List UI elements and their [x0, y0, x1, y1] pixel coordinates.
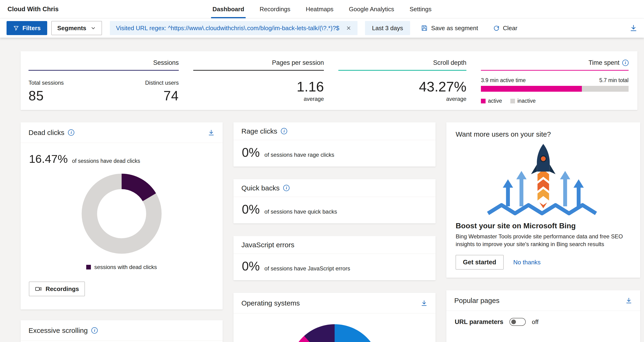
url-filter-chip[interactable]: Visited URL regex: ^https://www\.cloudwi… — [110, 21, 358, 35]
url-filter-chip-label: Visited URL regex: ^https://www\.cloudwi… — [116, 25, 339, 32]
dead-clicks-info-icon[interactable]: i — [68, 129, 74, 136]
nav-tabs: Dashboard Recordings Heatmaps Google Ana… — [211, 0, 433, 18]
save-as-segment-label: Save as segment — [431, 25, 478, 32]
segments-dropdown[interactable]: Segments — [52, 21, 102, 35]
inactive-legend-label: inactive — [517, 98, 536, 104]
operating-systems-title: Operating systems — [242, 299, 300, 307]
date-range-label: Last 3 days — [372, 25, 403, 32]
operating-systems-download-icon[interactable] — [420, 300, 428, 307]
operating-systems-card: Operating systems — [234, 293, 436, 342]
bing-promo-card: Want more users on your site? — [446, 122, 640, 278]
tab-dashboard[interactable]: Dashboard — [211, 0, 246, 18]
quick-backs-title: Quick backs — [242, 184, 280, 192]
inactive-legend-swatch — [510, 99, 515, 103]
rage-clicks-title: Rage clicks — [242, 127, 277, 135]
time-spent-summary: Time spent i 3.9 min active time 5.7 min… — [481, 59, 628, 110]
dead-clicks-download-icon[interactable] — [208, 129, 215, 136]
sessions-title: Sessions — [28, 59, 179, 67]
get-started-button[interactable]: Get started — [456, 255, 504, 269]
scroll-depth-caption: average — [338, 96, 466, 102]
filters-button[interactable]: Filters — [6, 21, 47, 35]
scroll-depth-summary: Scroll depth 43.27% average — [338, 59, 466, 110]
active-time-bar-fill — [481, 86, 582, 92]
video-camera-icon — [35, 285, 42, 292]
total-sessions-value: 85 — [28, 88, 64, 103]
dead-clicks-card: Dead clicks i 16.47% of sessions have de… — [20, 122, 223, 309]
dead-clicks-legend-label: sessions with dead clicks — [94, 264, 157, 270]
distinct-users: Distinct users 74 — [145, 80, 179, 103]
url-parameters-label: URL parameters — [455, 318, 503, 326]
total-sessions: Total sessions 85 — [28, 80, 64, 103]
clear-refresh-icon — [493, 25, 500, 31]
rage-clicks-value: 0% — [242, 145, 260, 160]
dead-clicks-donut-chart — [81, 173, 162, 255]
popular-pages-card: Popular pages URL parameters off — [446, 290, 640, 342]
distinct-users-label: Distinct users — [145, 80, 179, 86]
segments-label: Segments — [57, 25, 86, 32]
filters-label: Filters — [22, 25, 41, 32]
save-icon — [421, 25, 428, 32]
total-time-label: 5.7 min total — [599, 77, 628, 84]
distinct-users-value: 74 — [145, 88, 179, 103]
tab-heatmaps[interactable]: Heatmaps — [304, 0, 335, 18]
project-title: Cloud With Chris — [8, 6, 59, 13]
clarity-dashboard: Cloud With Chris Dashboard Recordings He… — [0, 0, 644, 342]
funnel-icon — [13, 25, 19, 31]
javascript-errors-title: JavaScript errors — [242, 241, 294, 249]
date-range-chip[interactable]: Last 3 days — [365, 21, 410, 35]
pages-per-session-summary: Pages per session 1.16 average — [193, 59, 324, 110]
scroll-depth-value: 43.27% — [338, 79, 466, 95]
popular-pages-download-icon[interactable] — [625, 297, 632, 304]
rage-clicks-card: Rage clicks i 0% of sessions have rage c… — [234, 122, 436, 167]
quick-backs-desc: of sessions have quick backs — [264, 208, 337, 215]
scroll-depth-rule — [338, 70, 466, 71]
clear-filters-button[interactable]: Clear — [493, 25, 517, 32]
card-columns: Dead clicks i 16.47% of sessions have de… — [20, 122, 640, 342]
bing-promo-body: Bing Webmaster Tools provide site perfor… — [456, 232, 631, 248]
rage-clicks-info-icon[interactable]: i — [281, 128, 287, 134]
dead-clicks-title: Dead clicks — [28, 129, 64, 137]
time-spent-legend: active inactive — [481, 98, 628, 104]
dead-clicks-desc: of sessions have dead clicks — [72, 158, 140, 164]
no-thanks-link[interactable]: No thanks — [514, 259, 541, 266]
time-spent-title: Time spent — [588, 59, 620, 67]
export-dashboard-download-icon[interactable] — [630, 24, 638, 32]
javascript-errors-card: JavaScript errors 0% of sessions have Ja… — [234, 236, 436, 280]
middle-column: Rage clicks i 0% of sessions have rage c… — [234, 122, 436, 342]
active-time-label: 3.9 min active time — [481, 77, 526, 84]
total-sessions-label: Total sessions — [28, 80, 64, 86]
excessive-scrolling-title: Excessive scrolling — [28, 326, 88, 334]
quick-backs-card: Quick backs i 0% of sessions have quick … — [234, 179, 436, 223]
tab-settings[interactable]: Settings — [408, 0, 433, 18]
filter-bar: Filters Segments Visited URL regex: ^htt… — [0, 19, 644, 38]
time-spent-info-icon[interactable]: i — [622, 60, 628, 66]
sessions-rule — [28, 70, 179, 71]
pages-per-session-rule — [193, 70, 324, 71]
active-legend-swatch — [481, 99, 486, 103]
active-legend-label: active — [488, 98, 502, 104]
dashboard-content: Sessions Total sessions 85 Distinct user… — [0, 38, 644, 342]
excessive-scrolling-card: Excessive scrolling i — [20, 320, 223, 342]
tab-recordings[interactable]: Recordings — [258, 0, 292, 18]
dead-clicks-value: 16.47% — [29, 152, 68, 165]
url-parameters-toggle[interactable] — [510, 318, 526, 326]
save-as-segment-button[interactable]: Save as segment — [421, 25, 478, 32]
javascript-errors-desc: of sessions have JavaScript errors — [264, 265, 350, 272]
active-time-bar — [481, 86, 628, 92]
bing-promo-heading: Boost your site on Microsoft Bing — [456, 221, 631, 230]
pages-per-session-value: 1.16 — [193, 79, 324, 95]
time-spent-rule — [481, 70, 628, 71]
clear-label: Clear — [503, 25, 517, 32]
remove-filter-icon[interactable] — [346, 25, 352, 31]
tab-google-analytics[interactable]: Google Analytics — [348, 0, 396, 18]
top-navbar: Cloud With Chris Dashboard Recordings He… — [0, 0, 644, 19]
pages-per-session-caption: average — [193, 96, 324, 102]
dead-clicks-legend: sessions with dead clicks — [20, 264, 223, 270]
quick-backs-info-icon[interactable]: i — [283, 185, 290, 191]
recordings-button[interactable]: Recordings — [29, 282, 85, 296]
url-parameters-toggle-state: off — [532, 318, 538, 326]
excessive-scrolling-info-icon[interactable]: i — [91, 327, 98, 333]
quick-backs-value: 0% — [242, 202, 260, 216]
recordings-button-label: Recordings — [46, 285, 79, 293]
dead-clicks-legend-swatch — [86, 265, 91, 269]
